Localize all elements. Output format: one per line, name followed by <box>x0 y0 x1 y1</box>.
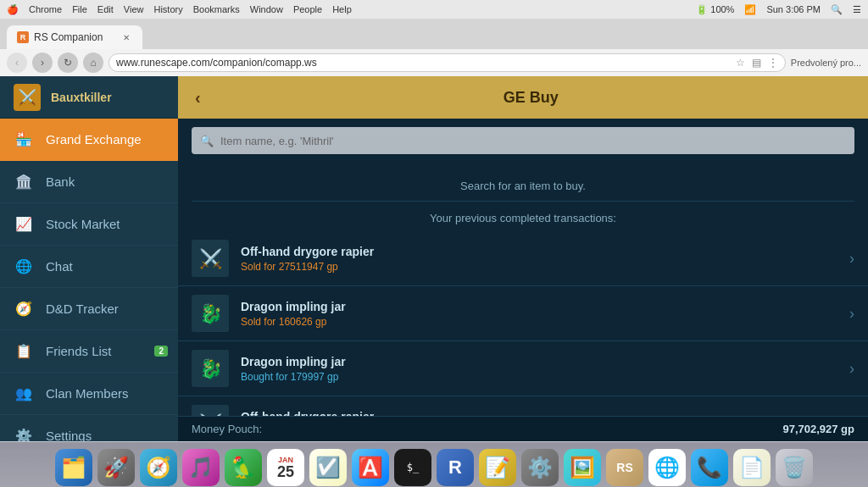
content-title: GE Buy <box>211 89 851 107</box>
chrome-menu-icon[interactable]: ⋮ <box>768 57 778 69</box>
svg-text:🐉: 🐉 <box>199 302 223 325</box>
item-price-0: Sold for 27511947 gp <box>241 261 837 273</box>
friends-list-label: Friends List <box>46 344 112 358</box>
sidebar-item-chat[interactable]: 🌐 Chat <box>0 246 178 288</box>
dock-textedit[interactable]: 📄 <box>733 449 771 486</box>
item-details-0: Off-hand drygore rapier Sold for 2751194… <box>241 245 837 273</box>
edit-menu[interactable]: Edit <box>97 4 114 14</box>
dock-terminal[interactable]: $_ <box>394 449 431 486</box>
transaction-item-3[interactable]: ⚔️ Off-hand drygore rapier Bought for 27… <box>178 396 868 416</box>
sidebar-item-dd-tracker[interactable]: 🧭 D&D Tracker <box>0 288 178 330</box>
main-content: ‹ GE Buy 🔍 Search for an item to buy. Yo… <box>178 76 868 441</box>
forward-button[interactable]: › <box>32 53 53 73</box>
bookmarks-menu[interactable]: Bookmarks <box>193 4 240 14</box>
chrome-tab-bar: R RS Companion ✕ <box>0 19 868 49</box>
back-button[interactable]: ‹ <box>7 53 27 73</box>
sidebar-item-grand-exchange[interactable]: 🏪 Grand Exchange <box>0 119 178 161</box>
dock-system-preferences[interactable]: ⚙️ <box>521 449 559 486</box>
svg-text:⚔️: ⚔️ <box>199 412 223 416</box>
dock-scrivener[interactable]: 📝 <box>479 449 516 486</box>
dock-chrome[interactable]: 🌐 <box>648 449 686 486</box>
item-price-2: Bought for 179997 gp <box>241 371 837 383</box>
transactions-label: Your previous completed transactions: <box>178 202 868 231</box>
wifi-icon: 📶 <box>744 4 756 15</box>
item-details-1: Dragon impling jar Sold for 160626 gp <box>241 300 837 328</box>
dock-launchpad[interactable]: 🚀 <box>97 449 135 486</box>
item-details-3: Off-hand drygore rapier Bought for 27071… <box>241 410 837 417</box>
item-icon-2: 🐉 <box>192 350 229 387</box>
bookmark-star-icon[interactable]: ☆ <box>736 57 745 69</box>
dock-trash[interactable]: 🗑️ <box>776 449 813 486</box>
chrome-tab[interactable]: R RS Companion ✕ <box>7 25 142 49</box>
search-hint: Search for an item to buy. <box>178 163 868 201</box>
menu-icon[interactable]: ☰ <box>853 4 861 15</box>
apple-menu[interactable]: 🍎 <box>7 4 19 15</box>
search-input-wrapper[interactable]: 🔍 <box>192 127 854 154</box>
chat-icon: 🌐 <box>14 257 34 277</box>
sidebar-item-stock-market[interactable]: 📈 Stock Market <box>0 203 178 246</box>
transaction-item-1[interactable]: 🐉 Dragon impling jar Sold for 160626 gp … <box>178 286 868 341</box>
dd-tracker-label: D&D Tracker <box>46 302 119 316</box>
money-pouch-label: Money Pouch: <box>192 423 262 435</box>
grand-exchange-icon: 🏪 <box>14 130 34 150</box>
search-icon[interactable]: 🔍 <box>831 4 843 15</box>
sidebar-item-clan-members[interactable]: 👥 Clan Members <box>0 373 178 415</box>
back-nav-button[interactable]: ‹ <box>195 88 201 108</box>
view-menu[interactable]: View <box>124 4 144 14</box>
mac-title-bar: 🍎 Chrome File Edit View History Bookmark… <box>0 0 868 19</box>
sidebar-nav: 🏪 Grand Exchange 🏛️ Bank 📈 Stock Market … <box>0 119 178 441</box>
item-name-1: Dragon impling jar <box>241 300 837 313</box>
window-menu[interactable]: Window <box>250 4 283 14</box>
clan-members-label: Clan Members <box>46 386 129 401</box>
settings-icon: ⚙️ <box>14 426 34 442</box>
dock-runescape[interactable]: RS <box>606 449 643 486</box>
dock-calendar[interactable]: JAN 25 <box>267 449 304 486</box>
bank-icon: 🏛️ <box>14 172 34 192</box>
sidebar-item-bank[interactable]: 🏛️ Bank <box>0 161 178 203</box>
tab-close-button[interactable]: ✕ <box>120 31 132 43</box>
help-menu[interactable]: Help <box>332 4 352 14</box>
cast-icon[interactable]: ▤ <box>752 57 761 69</box>
chrome-menu[interactable]: Chrome <box>29 4 62 14</box>
transaction-item-2[interactable]: 🐉 Dragon impling jar Bought for 179997 g… <box>178 341 868 396</box>
sidebar-item-settings[interactable]: ⚙️ Settings <box>0 415 178 441</box>
dock-finder[interactable]: 🗂️ <box>55 449 92 486</box>
dd-tracker-icon: 🧭 <box>14 299 34 319</box>
sidebar-header: ⚔️ Bauxtkiller <box>0 76 178 119</box>
money-amount: 97,702,927 gp <box>782 423 854 435</box>
dock-appstore[interactable]: 🅰️ <box>352 449 389 486</box>
file-menu[interactable]: File <box>72 4 87 14</box>
chevron-right-icon-2: › <box>849 360 854 378</box>
dock-safari[interactable]: 🧭 <box>140 449 177 486</box>
chevron-right-icon-1: › <box>849 305 854 323</box>
money-pouch: Money Pouch: 97,702,927 gp <box>178 416 868 441</box>
dock-parrot[interactable]: 🦜 <box>225 449 262 486</box>
grand-exchange-label: Grand Exchange <box>46 132 142 147</box>
sidebar-username: Bauxtkiller <box>51 91 112 104</box>
dock-rstudio[interactable]: R <box>437 449 474 486</box>
calendar-month-label: JAN <box>278 456 293 464</box>
home-button[interactable]: ⌂ <box>83 53 103 73</box>
dock-photos[interactable]: 🖼️ <box>564 449 601 486</box>
url-bar-icons: ☆ ▤ ⋮ <box>736 57 778 69</box>
dock-itunes[interactable]: 🎵 <box>182 449 220 486</box>
stock-market-icon: 📈 <box>14 214 34 235</box>
url-input[interactable]: www.runescape.com/companion/comapp.ws ☆ … <box>108 53 786 72</box>
history-menu[interactable]: History <box>153 4 182 14</box>
dock-reminders[interactable]: ☑️ <box>309 449 347 486</box>
item-name-3: Off-hand drygore rapier <box>241 410 837 417</box>
item-icon-3: ⚔️ <box>192 405 229 416</box>
people-menu[interactable]: People <box>293 4 322 14</box>
svg-text:⚔️: ⚔️ <box>199 247 223 270</box>
refresh-button[interactable]: ↻ <box>58 53 78 73</box>
transaction-item-0[interactable]: ⚔️ Off-hand drygore rapier Sold for 2751… <box>178 231 868 286</box>
dock-skype[interactable]: 📞 <box>691 449 728 486</box>
user-avatar: ⚔️ <box>14 84 41 111</box>
search-section: 🔍 <box>178 119 868 163</box>
app-container: ⚔️ Bauxtkiller 🏪 Grand Exchange 🏛️ Bank … <box>0 76 868 441</box>
sidebar-item-friends-list[interactable]: 📋 Friends List 2 <box>0 330 178 373</box>
mac-status-bar: 🔋 100% 📶 Sun 3:06 PM 🔍 ☰ <box>696 4 861 15</box>
clan-members-icon: 👥 <box>14 384 34 404</box>
search-input[interactable] <box>220 135 846 147</box>
settings-label: Settings <box>46 429 92 441</box>
